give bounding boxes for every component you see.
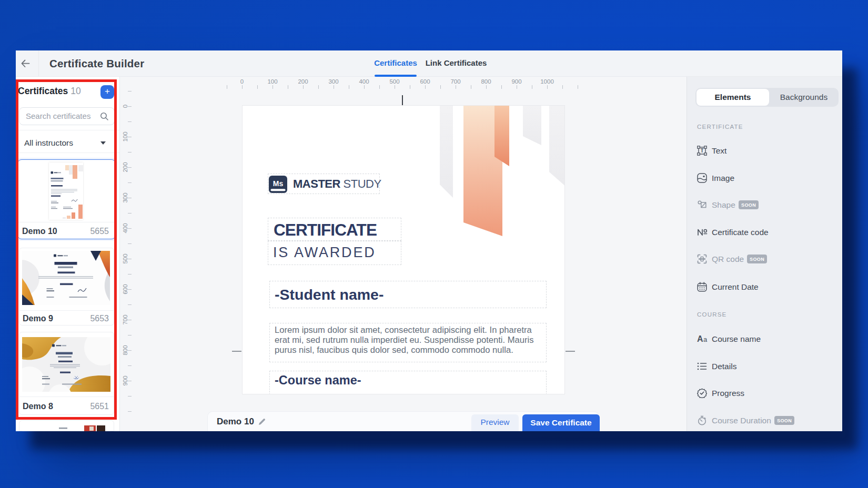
svg-text:Ms: Ms (273, 179, 284, 188)
svg-text:a: a (703, 336, 708, 343)
svg-text:T: T (700, 148, 703, 154)
svg-text:A: A (697, 334, 703, 343)
